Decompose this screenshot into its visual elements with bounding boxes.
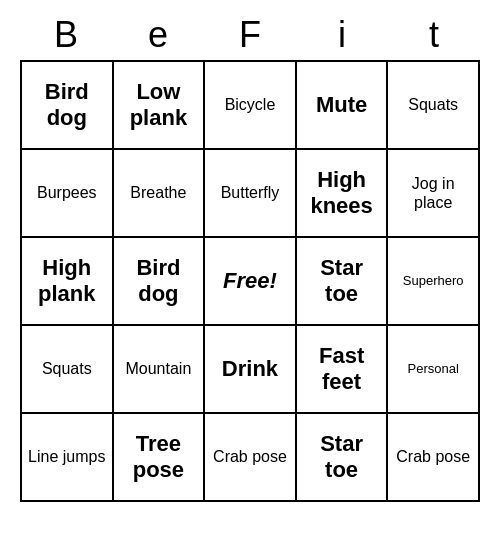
cell-17[interactable]: Drink	[205, 326, 297, 414]
cell-8[interactable]: High knees	[297, 150, 389, 238]
cell-18[interactable]: Fast feet	[297, 326, 389, 414]
cell-12[interactable]: Free!	[205, 238, 297, 326]
bingo-grid: Bird dogLow plankBicycleMuteSquatsBurpee…	[20, 60, 480, 502]
bingo-card: B e F i t Bird dogLow plankBicycleMuteSq…	[20, 10, 480, 502]
cell-11[interactable]: Bird dog	[114, 238, 206, 326]
cell-21[interactable]: Tree pose	[114, 414, 206, 502]
cell-15[interactable]: Squats	[22, 326, 114, 414]
cell-24[interactable]: Crab pose	[388, 414, 480, 502]
cell-2[interactable]: Bicycle	[205, 62, 297, 150]
cell-6[interactable]: Breathe	[114, 150, 206, 238]
cell-1[interactable]: Low plank	[114, 62, 206, 150]
cell-7[interactable]: Butterfly	[205, 150, 297, 238]
cell-0[interactable]: Bird dog	[22, 62, 114, 150]
cell-20[interactable]: Line jumps	[22, 414, 114, 502]
cell-14[interactable]: Superhero	[388, 238, 480, 326]
cell-22[interactable]: Crab pose	[205, 414, 297, 502]
header-b: B	[20, 10, 112, 60]
cell-23[interactable]: Star toe	[297, 414, 389, 502]
cell-9[interactable]: Jog in place	[388, 150, 480, 238]
cell-19[interactable]: Personal	[388, 326, 480, 414]
header-e: e	[112, 10, 204, 60]
header-i: i	[296, 10, 388, 60]
header-t: t	[388, 10, 480, 60]
header-f: F	[204, 10, 296, 60]
cell-16[interactable]: Mountain	[114, 326, 206, 414]
cell-5[interactable]: Burpees	[22, 150, 114, 238]
cell-10[interactable]: High plank	[22, 238, 114, 326]
cell-3[interactable]: Mute	[297, 62, 389, 150]
header-row: B e F i t	[20, 10, 480, 60]
cell-4[interactable]: Squats	[388, 62, 480, 150]
cell-13[interactable]: Star toe	[297, 238, 389, 326]
